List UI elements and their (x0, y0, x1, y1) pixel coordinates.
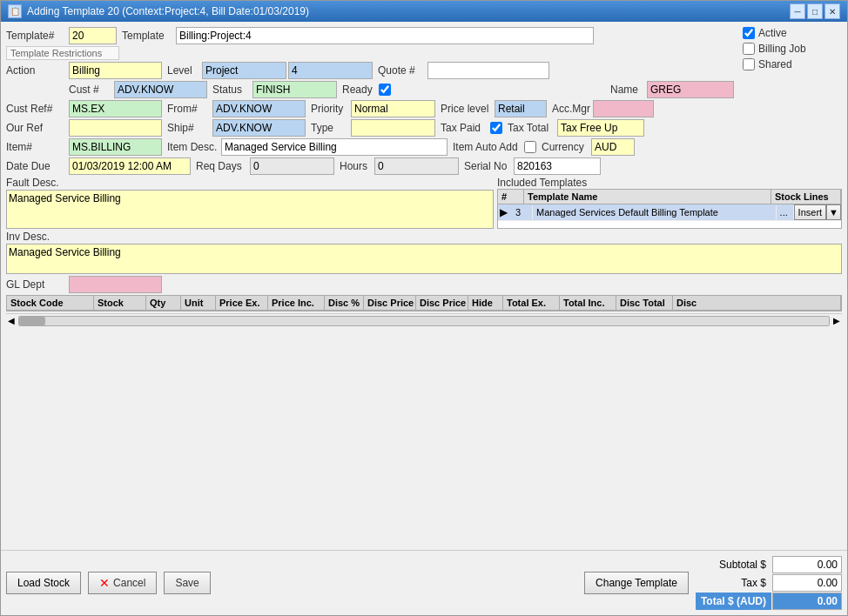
insert-dropdown-arrow[interactable]: ▼ (826, 204, 841, 220)
included-templates-table: # Template Name Stock Lines ▶ 3 Managed … (497, 189, 842, 229)
shared-row: Shared (743, 58, 842, 70)
acc-mgr-label: Acc.Mgr (552, 103, 591, 115)
shared-checkbox[interactable] (743, 58, 755, 70)
serial-no-input[interactable] (514, 157, 601, 175)
th-total-inc: Total Inc. (560, 296, 616, 310)
minimize-button[interactable]: ─ (790, 3, 805, 19)
th-disc-pct: Disc % (325, 296, 364, 310)
save-button[interactable]: Save (164, 572, 210, 594)
item-auto-add-label: Item Auto Add (453, 141, 522, 153)
load-stock-button[interactable]: Load Stock (6, 572, 81, 594)
insert-button[interactable]: Insert (794, 204, 827, 220)
cancel-icon: ✕ (99, 576, 110, 590)
template-row: Template# Template (6, 27, 734, 44)
scroll-right-button[interactable]: ▶ (831, 316, 842, 325)
active-label: Active (758, 27, 787, 39)
ready-label: Ready (342, 84, 375, 96)
date-due-label: Date Due (6, 160, 67, 172)
priority-input[interactable] (351, 100, 435, 117)
item-input[interactable] (69, 138, 162, 156)
gl-dept-input[interactable] (69, 276, 162, 293)
ourref-row: Our Ref Ship# Type Tax Paid Tax Total (6, 119, 734, 137)
maximize-button[interactable]: □ (807, 3, 823, 19)
req-days-label: Req Days (196, 160, 248, 172)
status-input[interactable] (252, 81, 337, 98)
active-checkbox[interactable] (743, 27, 755, 39)
cust-ref-label: Cust Ref# (6, 103, 67, 115)
item-row: Item# Item Desc. Item Auto Add Currency (6, 138, 734, 156)
level-num-input[interactable] (288, 62, 373, 79)
scroll-left-button[interactable]: ◀ (6, 316, 17, 325)
cust-num-label: Cust # (69, 84, 112, 96)
req-days-input[interactable] (250, 157, 334, 175)
template-restrictions-label: Template Restrictions (6, 46, 119, 60)
cancel-button[interactable]: ✕ Cancel (88, 572, 157, 594)
bottom-bar: Load Stock ✕ Cancel Save Change Template… (1, 550, 847, 615)
tax-label: Tax $ (696, 574, 771, 592)
cust-row: Cust # Status Ready Name (6, 81, 734, 98)
item-label: Item# (6, 141, 67, 153)
billing-job-checkbox[interactable] (743, 43, 755, 55)
it-cell-ellipsis[interactable]: ... (777, 205, 794, 219)
tax-total-input[interactable] (557, 119, 644, 137)
th-qty: Qty (146, 296, 181, 310)
table-header: Stock Code Stock Qty Unit Price Ex. Pric… (7, 296, 841, 311)
name-label: Name (610, 84, 645, 96)
title-bar: 📋 Adding Template 20 (Context:Project:4,… (1, 1, 847, 22)
it-col-name: Template Name (524, 190, 771, 204)
tax-paid-checkbox[interactable] (490, 122, 502, 134)
name-input[interactable] (647, 81, 734, 98)
included-template-row[interactable]: ▶ 3 Managed Services Default Billing Tem… (498, 204, 841, 221)
form-content: Template# Template Template Restrictions… (1, 22, 847, 550)
line-items-table: Stock Code Stock Qty Unit Price Ex. Pric… (6, 295, 842, 311)
quote-label: Quote # (378, 64, 426, 77)
template-restrictions-row: Template Restrictions (6, 46, 734, 60)
th-price-inc: Price Inc. (268, 296, 325, 310)
date-due-input[interactable] (69, 157, 191, 175)
top-section: Template# Template Template Restrictions… (6, 27, 842, 175)
fault-desc-textarea[interactable] (6, 190, 494, 229)
from-input[interactable] (212, 100, 306, 117)
template-name-input[interactable] (176, 27, 594, 44)
right-checkboxes: Active Billing Job Shared (737, 27, 842, 70)
tax-value: 0.00 (772, 574, 842, 592)
gl-dept-row: GL Dept (6, 276, 842, 293)
item-desc-input[interactable] (221, 138, 448, 156)
scrollbar-thumb[interactable] (19, 317, 45, 325)
currency-label: Currency (542, 141, 589, 153)
type-input[interactable] (351, 119, 435, 137)
template-number-input[interactable] (69, 27, 117, 44)
our-ref-input[interactable] (69, 119, 162, 137)
acc-mgr-input[interactable] (593, 100, 654, 117)
change-template-button[interactable]: Change Template (584, 572, 689, 594)
ready-checkbox[interactable] (379, 84, 391, 96)
inv-desc-textarea[interactable] (6, 244, 842, 274)
our-ref-label: Our Ref (6, 122, 67, 134)
fault-included-section: Fault Desc. Included Templates # Templat… (6, 177, 842, 229)
main-window: 📋 Adding Template 20 (Context:Project:4,… (0, 0, 848, 616)
level-input[interactable] (202, 62, 286, 79)
horizontal-scrollbar[interactable]: ◀ ▶ (6, 313, 842, 327)
cust-num-input[interactable] (114, 81, 207, 98)
hours-label: Hours (340, 160, 373, 172)
app-icon: 📋 (8, 4, 22, 18)
th-price-ex: Price Ex. (216, 296, 268, 310)
tax-total-label: Tax Total (508, 122, 555, 134)
scrollbar-track[interactable] (18, 316, 830, 326)
item-auto-add-checkbox[interactable] (524, 141, 536, 153)
quote-input[interactable] (427, 62, 549, 79)
billing-job-row: Billing Job (743, 43, 842, 55)
total-label: Total $ (AUD) (696, 593, 771, 610)
ship-input[interactable] (212, 119, 306, 137)
subtotal-label: Subtotal $ (696, 556, 771, 573)
active-row: Active (743, 27, 842, 39)
price-level-input[interactable] (495, 100, 547, 117)
close-button[interactable]: ✕ (824, 3, 840, 19)
cust-ref-input[interactable] (69, 100, 162, 117)
action-input[interactable] (69, 62, 162, 79)
hours-input[interactable] (374, 157, 459, 175)
level-label: Level (167, 64, 200, 77)
currency-input[interactable] (591, 138, 635, 156)
total-value: 0.00 (772, 593, 842, 610)
custref-row: Cust Ref# From# Priority Price level Acc… (6, 100, 734, 117)
